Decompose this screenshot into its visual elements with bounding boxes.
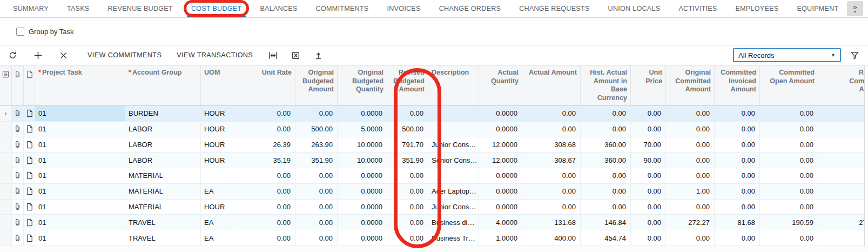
tab-change-requests[interactable]: CHANGE REQUESTS [519,0,589,17]
cell-hist-actual-amount-in-base-currency[interactable]: 0.00 [581,106,631,122]
table-row[interactable]: ›01BURDENHOUR0.000.000.00000.000.00000.0… [0,106,868,122]
cell-actual-amount[interactable]: 0.00 [522,168,581,184]
tab-employees[interactable]: EMPLOYEES [735,0,778,17]
cell-original-budgeted-quantity[interactable]: 10.0000 [338,152,387,168]
cell-actual-amount[interactable]: 0.00 [522,200,581,215]
row-indicator-cell[interactable]: › [0,106,12,122]
cell-actual-amount[interactable]: 131.68 [522,215,581,230]
cell-uom[interactable]: EA [201,215,232,230]
col-header-account-group[interactable]: *Account Group [125,65,201,105]
cell-original-committed-amount[interactable]: 0.00 [666,106,715,122]
cell-description[interactable]: Junior Cons… [428,137,479,153]
row-indicator-cell[interactable] [0,200,12,215]
tab-cost-budget[interactable]: COST BUDGET [191,0,241,17]
note-cell[interactable] [24,215,35,230]
cell-revised-committed-amount[interactable] [818,200,868,215]
cell-unit-price[interactable]: 0.00 [631,230,666,246]
cell-actual-amount[interactable]: 308.68 [522,137,581,153]
cell-committed-invoiced-amount[interactable]: 0.00 [715,137,760,153]
row-indicator-cell[interactable] [0,184,12,200]
cell-project-task[interactable]: 01 [35,152,125,168]
cell-actual-quantity[interactable]: 12.0000 [479,137,522,153]
cell-hist-actual-amount-in-base-currency[interactable]: 0.00 [581,200,631,215]
cell-hist-actual-amount-in-base-currency[interactable]: 146.84 [581,215,631,230]
table-row[interactable]: 01MATERIALEA0.000.000.00000.00Acer Lapto… [0,184,868,200]
cell-revised-budgeted-amount[interactable]: 0.00 [387,215,428,230]
cell-committed-open-amount[interactable]: 0.00 [760,200,818,215]
cell-original-committed-amount[interactable]: 0.00 [666,122,715,137]
cell-unit-price[interactable]: 70.00 [631,137,666,153]
tab-activities[interactable]: ACTIVITIES [678,0,717,17]
cell-unit-price[interactable]: 0.00 [631,106,666,122]
cell-original-committed-amount[interactable]: 0.00 [666,168,715,184]
cell-uom[interactable]: HOUR [201,122,232,137]
cell-project-task[interactable]: 01 [35,215,125,230]
attachment-cell[interactable] [12,184,24,200]
tab-summary[interactable]: SUMMARY [13,0,49,17]
note-cell[interactable] [24,168,35,184]
cell-original-committed-amount[interactable]: 272.27 [666,215,715,230]
cell-actual-amount[interactable]: 0.00 [522,184,581,200]
cell-original-committed-amount[interactable]: 0.00 [666,152,715,168]
cell-revised-budgeted-amount[interactable]: 351.90 [387,152,428,168]
cell-unit-price[interactable]: 0.00 [631,122,666,137]
cell-unit-price[interactable]: 90.00 [631,152,666,168]
cell-original-committed-amount[interactable]: 0.00 [666,137,715,153]
cell-original-budgeted-amount[interactable]: 263.90 [295,137,338,153]
col-header-uom[interactable]: UOM [201,65,232,105]
cell-unit-rate[interactable]: 0.00 [232,200,295,215]
cell-project-task[interactable]: 01 [35,168,125,184]
records-filter-select[interactable]: All Records ▼ [733,48,841,62]
cell-account-group[interactable]: LABOR [125,137,201,153]
cell-project-task[interactable]: 01 [35,230,125,246]
row-indicator-cell[interactable] [0,152,12,168]
fit-to-width-button[interactable] [264,48,282,63]
cell-actual-amount[interactable]: 0.00 [522,106,581,122]
cell-unit-rate[interactable]: 0.00 [232,230,295,246]
cell-original-budgeted-amount[interactable]: 0.00 [295,184,338,200]
cell-actual-amount[interactable]: 0.00 [522,122,581,137]
col-header-actual-amount[interactable]: Actual Amount [522,65,581,105]
tab-invoices[interactable]: INVOICES [387,0,420,17]
col-header-actual-quantity[interactable]: Actual Quantity [479,65,522,105]
cell-committed-invoiced-amount[interactable]: 0.00 [715,168,760,184]
cell-original-committed-amount[interactable]: 0.00 [666,230,715,246]
row-indicator-cell[interactable] [0,137,12,153]
tab-commitments[interactable]: COMMITMENTS [316,0,369,17]
cell-actual-quantity[interactable]: 0.0000 [479,122,522,137]
cell-revised-budgeted-amount[interactable]: 0.00 [387,230,428,246]
cell-unit-rate[interactable]: 26.39 [232,137,295,153]
more-tabs-button[interactable]: » ▾ [847,1,863,16]
cell-revised-committed-amount[interactable] [818,184,868,200]
add-row-button[interactable] [29,48,47,63]
table-row[interactable]: 01TRAVELEA0.000.000.00000.00Business Tr…… [0,230,868,246]
col-header-description[interactable]: Description [428,65,479,105]
cell-unit-price[interactable]: 0.00 [631,168,666,184]
cell-original-budgeted-amount[interactable]: 0.00 [295,106,338,122]
note-cell[interactable] [24,122,35,137]
cell-committed-invoiced-amount[interactable]: 0.00 [715,184,760,200]
row-indicator-cell[interactable] [0,230,12,246]
row-indicator-cell[interactable] [0,168,12,184]
cell-hist-actual-amount-in-base-currency[interactable]: 0.00 [581,184,631,200]
cell-uom[interactable]: HOUR [201,137,232,153]
cell-actual-quantity[interactable]: 0.0000 [479,168,522,184]
cell-unit-price[interactable]: 0.00 [631,200,666,215]
cell-description[interactable]: Acer Laptop… [428,184,479,200]
cell-committed-open-amount[interactable]: 0.00 [760,106,818,122]
cell-revised-committed-amount[interactable] [818,168,868,184]
cell-description[interactable]: Business Tr… [428,230,479,246]
tab-equipment[interactable]: EQUIPMENT [797,0,838,17]
table-row[interactable]: 01LABORHOUR35.19351.9010.0000351.90Senio… [0,152,868,168]
note-cell[interactable] [24,152,35,168]
cell-original-budgeted-amount[interactable]: 500.00 [295,122,338,137]
cell-committed-open-amount[interactable]: 190.59 [760,215,818,230]
row-indicator-cell[interactable] [0,215,12,230]
col-header-original-budgeted-quantity[interactable]: Original Budgeted Quantity [338,65,387,105]
tab-tasks[interactable]: TASKS [67,0,90,17]
attachment-cell[interactable] [12,152,24,168]
cell-revised-budgeted-amount[interactable]: 0.00 [387,200,428,215]
col-header-original-committed-amount[interactable]: Original Committed Amount [666,65,715,105]
cell-committed-invoiced-amount[interactable]: 81.68 [715,215,760,230]
cell-committed-invoiced-amount[interactable]: 0.00 [715,106,760,122]
